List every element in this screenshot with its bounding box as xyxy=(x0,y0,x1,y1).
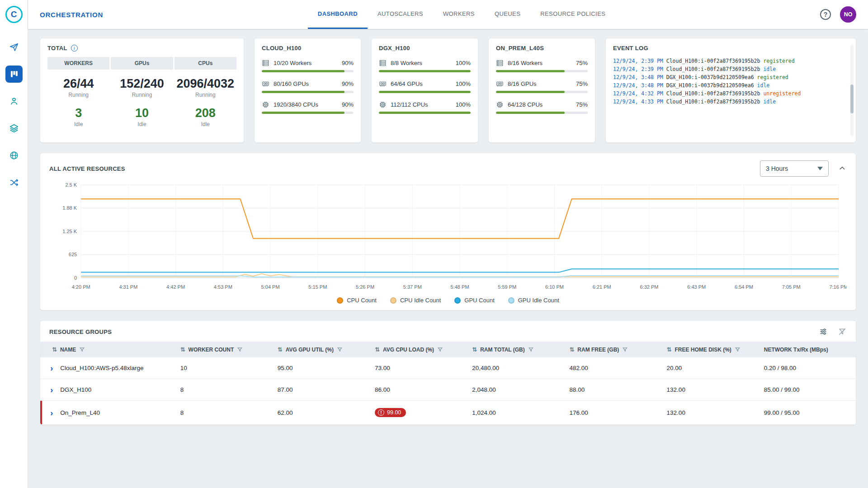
total-title: TOTAL xyxy=(47,45,67,52)
expand-row-icon[interactable] xyxy=(50,363,53,373)
sort-icon[interactable] xyxy=(52,346,57,353)
sidebar-item-rocket[interactable] xyxy=(5,38,23,56)
legend-label: GPU Idle Count xyxy=(518,297,559,304)
event-log-entry: 12/9/24, 4:32 PM Cloud_H100:i-00f2a87f36… xyxy=(613,89,849,98)
table-cell: 85.00 / 99.00 xyxy=(759,379,856,401)
filter-icon[interactable] xyxy=(237,347,243,352)
legend-item-gpu-count[interactable]: GPU Count xyxy=(454,297,494,304)
filter-icon[interactable] xyxy=(79,347,85,352)
legend-dot xyxy=(390,297,396,304)
time-range-select[interactable]: 3 Hours xyxy=(760,160,829,177)
column-header-worker-count[interactable]: WORKER COUNT xyxy=(175,342,272,357)
resource-name[interactable]: DGX_H100 xyxy=(60,386,91,393)
filter-icon[interactable] xyxy=(437,347,443,352)
top-header: ORCHESTRATION DASHBOARDAUTOSCALERSWORKER… xyxy=(28,0,868,29)
tab-workers[interactable]: WORKERS xyxy=(433,0,485,29)
column-header-avg-cpu-load[interactable]: AVG CPU LOAD (%) xyxy=(369,342,467,357)
tab-queues[interactable]: QUEUES xyxy=(485,0,530,29)
event-status: idle xyxy=(757,82,770,89)
chart-legend: CPU CountCPU Idle CountGPU CountGPU Idle… xyxy=(49,293,847,305)
column-settings-icon[interactable] xyxy=(819,327,828,336)
sort-icon[interactable] xyxy=(375,346,380,353)
cluster-name: ON_PREM_L40S xyxy=(496,45,588,52)
app-root: C ORCHESTRATION DASHBOARDAUTOSCALERSWORK… xyxy=(0,0,868,488)
header-actions: NO xyxy=(820,6,856,23)
sidebar-item-flow[interactable] xyxy=(5,174,23,191)
expand-row-icon[interactable] xyxy=(50,408,53,418)
svg-text:4:53 PM: 4:53 PM xyxy=(214,284,232,290)
resource-name[interactable]: Cloud_H100:AWS-p5.48xlarge xyxy=(60,365,143,371)
svg-text:2.5 K: 2.5 K xyxy=(65,182,77,188)
app-logo-icon[interactable]: C xyxy=(5,6,23,23)
legend-dot xyxy=(337,297,343,304)
total-column-cpus: CPUs2096/4032Running208Idle xyxy=(175,57,236,127)
resource-name[interactable]: On_Prem_L40 xyxy=(60,409,100,416)
help-icon[interactable] xyxy=(820,9,831,20)
sort-icon[interactable] xyxy=(472,346,477,353)
chart-title: ALL ACTIVE RESOURCES xyxy=(49,165,125,172)
column-label: RAM FREE (GB) xyxy=(577,347,619,353)
tab-dashboard[interactable]: DASHBOARD xyxy=(308,0,368,29)
event-log-scrollbar-thumb[interactable] xyxy=(850,84,854,113)
info-icon[interactable] xyxy=(71,45,78,52)
column-header-avg-gpu-util[interactable]: AVG GPU UTIL (%) xyxy=(272,342,369,357)
column-label: AVG GPU UTIL (%) xyxy=(286,347,334,353)
table-cell: 0.20 / 98.00 xyxy=(759,357,856,379)
alert-icon xyxy=(378,409,384,416)
filter-icon[interactable] xyxy=(735,347,741,352)
filter-icon[interactable] xyxy=(528,347,534,352)
legend-item-cpu-count[interactable]: CPU Count xyxy=(337,297,377,304)
sort-icon[interactable] xyxy=(278,346,283,353)
metric-progress-bar xyxy=(262,70,354,72)
running-count: 152/240 xyxy=(111,77,173,91)
metric-label: 8/8 Workers xyxy=(391,60,422,66)
running-label: Running xyxy=(47,92,109,98)
cluster-metric: 1920/3840 CPUs 90% xyxy=(262,101,354,114)
clear-filters-icon[interactable] xyxy=(838,327,847,336)
expand-row-icon[interactable] xyxy=(50,385,53,394)
running-label: Running xyxy=(111,92,173,98)
column-label: NETWORK Tx/Rx (MBps) xyxy=(764,347,828,353)
legend-item-gpu-idle-count[interactable]: GPU Idle Count xyxy=(508,297,559,304)
sort-icon[interactable] xyxy=(180,346,185,353)
time-range-value: 3 Hours xyxy=(766,165,788,172)
column-label: WORKER COUNT xyxy=(189,347,234,353)
sidebar-item-worker[interactable] xyxy=(5,93,23,110)
cluster-card-cloud-h100: CLOUD_H100 10/20 Workers 90% 80/160 GPUs… xyxy=(254,38,361,143)
sort-icon[interactable] xyxy=(569,346,574,353)
column-header-ram-total-gb[interactable]: RAM TOTAL (GB) xyxy=(467,342,564,357)
svg-text:6:32 PM: 6:32 PM xyxy=(640,284,659,290)
idle-count: 3 xyxy=(47,106,109,120)
sidebar-item-globe[interactable] xyxy=(5,147,23,164)
metric-label: 64/64 GPUs xyxy=(391,80,423,87)
tab-resource-policies[interactable]: RESOURCE POLICIES xyxy=(530,0,615,29)
event-log-entries: 12/9/24, 2:39 PM Cloud_H100:i-00f2a87f36… xyxy=(613,57,849,106)
legend-dot xyxy=(454,297,461,304)
collapse-panel-icon[interactable] xyxy=(838,164,847,173)
cluster-metric: 8/8 Workers 100% xyxy=(379,59,471,72)
column-header-ram-free-gb[interactable]: RAM FREE (GB) xyxy=(564,342,661,357)
table-body: Cloud_H100:AWS-p5.48xlarge1095.0073.0020… xyxy=(40,357,856,425)
legend-label: CPU Count xyxy=(347,297,377,304)
total-column-header: WORKERS xyxy=(47,57,109,70)
flow-icon xyxy=(9,178,19,188)
resource-groups-header: RESOURCE GROUPS xyxy=(40,327,856,342)
table-cell: 88.00 xyxy=(564,379,661,401)
running-count: 2096/4032 xyxy=(175,77,236,91)
tab-autoscalers[interactable]: AUTOSCALERS xyxy=(368,0,433,29)
sidebar-item-dashboard[interactable] xyxy=(5,66,23,83)
svg-text:1.88 K: 1.88 K xyxy=(62,206,77,211)
sidebar-item-layers[interactable] xyxy=(5,120,23,137)
gpu-icon xyxy=(496,80,504,88)
metric-label: 8/16 Workers xyxy=(508,60,542,66)
column-header-name[interactable]: NAME xyxy=(40,342,175,357)
column-header-free-home-disk[interactable]: FREE HOME DISK (%) xyxy=(661,342,759,357)
sort-icon[interactable] xyxy=(667,346,672,353)
filter-icon[interactable] xyxy=(622,347,628,352)
summary-row: TOTAL WORKERS26/44Running3IdleGPUs152/24… xyxy=(40,38,856,143)
filter-icon[interactable] xyxy=(337,347,343,352)
event-status: idle xyxy=(763,66,776,72)
event-time: 12/9/24, 2:39 PM xyxy=(613,58,663,64)
avatar[interactable]: NO xyxy=(840,6,856,23)
legend-item-cpu-idle-count[interactable]: CPU Idle Count xyxy=(390,297,441,304)
